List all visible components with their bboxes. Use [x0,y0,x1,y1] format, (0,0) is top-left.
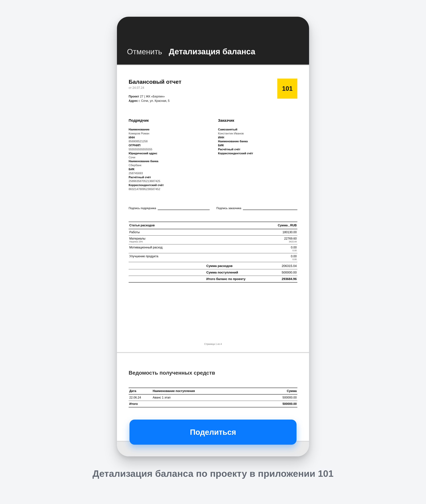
signature-customer: Подпись заказчика [216,206,297,210]
customer-heading: Заказчик [218,118,297,123]
table-row: Работы180130.00 [129,229,297,236]
funds-total-value: 500000.00 [264,401,297,407]
exp-item: МатериалыНаценка 15% [129,235,235,244]
funds-col-date: Дата [129,388,152,394]
funds-total-row: Итого500000.00 [129,401,297,407]
cancel-button[interactable]: Отменить [127,47,162,56]
exp-item: Работы [129,229,235,236]
address-value: г. Сочи, ул. Красная, 5 [139,99,170,102]
contractor-ogrnip-label: ОГРНИП [129,144,208,147]
total-income-value: 500000.00 [260,271,297,274]
exp-sum: 0.000.00 [235,253,297,262]
report-page-1: Балансовый отчет от 24.07.24 Проект 27 |… [117,65,309,353]
share-bar: Поделиться [117,420,309,445]
exp-col-sum: Сумма , RUB [235,222,297,229]
contractor-legaladdr-value: Сочи [129,155,208,159]
contractor-name-value: Комаров Роман [129,132,208,136]
contractor-bank-label: Наименование банка [129,159,208,163]
customer-bik-label: БИК [218,144,297,147]
contractor-bik-value: 258745693 [129,171,208,175]
contractor-bank-value: Сбербанк [129,163,208,167]
exp-item: Улучшение продукта [129,253,235,262]
sig-customer-line [243,206,297,210]
contractor-corr-label: Корреспондентский счёт [129,183,208,187]
contractor-inn-label: ИНН [129,136,208,140]
logo-101: 101 [277,79,297,99]
report-date: от 24.07.24 [129,86,181,90]
total-income-label: Сумма поступлений [206,271,260,274]
exp-item: Мотивационный расход [129,244,235,253]
contractor-bik-label: БИК [129,167,208,171]
table-row: Мотивационный расход0.000.00 [129,244,297,253]
report-title: Балансовый отчет [129,79,181,85]
report-meta: Проект 27 | ЖК «Берлин» Адрес г. Сочи, у… [129,94,181,103]
total-expenses-label: Сумма расходов [206,264,260,268]
funds-col-sum: Сумма [264,388,297,394]
app-header: Отменить Детализация баланса [117,17,309,65]
total-balance-value: 293684.96 [260,277,297,281]
expense-table: Статья расходов Сумма , RUB Работы180130… [129,222,297,262]
address-label: Адрес [129,99,138,102]
sig-contractor-label: Подпись подрядчика [129,207,156,210]
customer-name-value: Константин Иванов [218,132,297,136]
total-balance-label: Итого баланс по проекту [206,277,260,281]
funds-sum: 500000.00 [264,394,297,401]
funds-name: Аванс 1 этап [152,394,264,401]
contractor-name-label: Наименование [129,128,208,132]
customer-corr-label: Корреспондентский счёт [218,151,297,155]
sig-contractor-line [158,206,210,210]
contractor-inn-value: 856908521258 [129,139,208,144]
funds-col-name: Наименование поступления [152,388,264,394]
phone-mockup: Отменить Детализация баланса Балансовый … [117,17,309,456]
contractor-corr-value: 86321478095236587452 [129,187,208,191]
customer-acc-label: Расчётный счёт [218,147,297,151]
table-row: МатериалыНаценка 15%22769.603415.44 [129,235,297,244]
project-label: Проект [129,95,139,98]
document-viewport[interactable]: Балансовый отчет от 24.07.24 Проект 27 |… [117,65,309,456]
exp-col-item: Статья расходов [129,222,235,229]
customer-status-label: Самозанятый [218,128,297,132]
exp-sum: 180130.00 [235,229,297,236]
contractor-heading: Подрядчик [129,118,208,123]
funds-title: Ведомость полученных средств [129,370,297,376]
contractor-block: Подрядчик НаименованиеКомаров Роман ИНН8… [129,118,208,191]
share-button[interactable]: Поделиться [129,420,297,445]
total-expenses-value: 206315.04 [260,264,297,268]
customer-inn-label: ИНН [218,136,297,140]
project-value: 27 | ЖК «Берлин» [140,95,165,98]
contractor-ogrnip-value: 555555555555555 [129,147,208,151]
exp-sum: 0.000.00 [235,244,297,253]
table-row: 22.06.24Аванс 1 этап500000.00 [129,394,297,401]
customer-block: Заказчик СамозанятыйКонстантин Иванов ИН… [218,118,297,191]
totals-block: Сумма расходов 206315.04 Сумма поступлен… [129,263,297,282]
funds-table: Дата Наименование поступления Сумма 22.0… [129,388,297,407]
signature-contractor: Подпись подрядчика [129,206,210,210]
contractor-acc-value: 25896358705213687425 [129,179,208,183]
funds-total-label: Итого [129,401,264,407]
sig-customer-label: Подпись заказчика [216,207,241,210]
exp-sum: 22769.603415.44 [235,235,297,244]
contractor-legaladdr-label: Юридический адрес [129,151,208,155]
figure-caption: Детализация баланса по проекту в приложе… [0,468,426,479]
screen-title: Детализация баланса [169,47,255,56]
customer-bank-label: Наименование банка [218,139,297,144]
page-number: Страница 1 из 4 [129,343,297,345]
funds-date: 22.06.24 [129,394,152,401]
table-row: Улучшение продукта0.000.00 [129,253,297,262]
contractor-acc-label: Расчётный счёт [129,175,208,179]
